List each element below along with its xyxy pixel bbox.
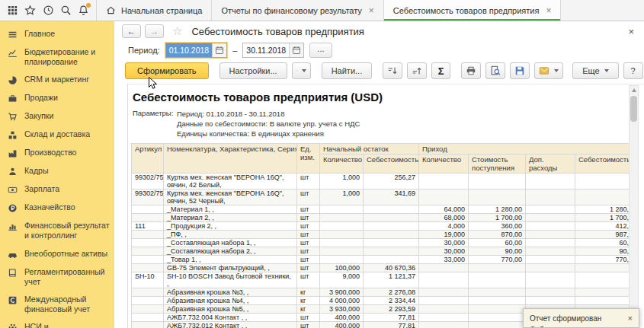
table-cell[interactable]: 770,00 bbox=[469, 256, 526, 264]
col-articul[interactable]: Артикул bbox=[132, 144, 164, 174]
settings-button[interactable]: Настройки... bbox=[219, 62, 287, 79]
tab[interactable]: Начальная страница bbox=[96, 0, 211, 21]
table-cell[interactable] bbox=[526, 189, 575, 205]
table-cell[interactable] bbox=[526, 264, 575, 272]
table-cell[interactable]: 1 280,00 bbox=[469, 205, 526, 214]
table-cell[interactable] bbox=[419, 314, 469, 322]
table-cell[interactable]: 360,00 bbox=[469, 222, 526, 231]
table-cell[interactable]: 60,00 bbox=[469, 239, 526, 247]
table-cell[interactable]: 90,0 bbox=[575, 247, 636, 256]
table-cell[interactable]: АЖБ7.732.004 Контакт , , bbox=[164, 314, 297, 322]
table-cell[interactable] bbox=[526, 247, 575, 256]
table-cell[interactable] bbox=[132, 288, 164, 297]
table-cell[interactable] bbox=[320, 231, 364, 239]
toast-close-icon[interactable]: × bbox=[628, 314, 633, 323]
table-cell[interactable]: кг bbox=[297, 297, 320, 305]
table-cell[interactable] bbox=[526, 288, 575, 297]
table-cell[interactable] bbox=[132, 322, 164, 328]
sum-button[interactable]: Σ bbox=[431, 62, 450, 79]
table-cell[interactable] bbox=[419, 174, 469, 189]
search-button[interactable] bbox=[57, 2, 74, 19]
apps-menu-button[interactable] bbox=[4, 2, 21, 19]
sidebar-item-person[interactable]: Кадры bbox=[0, 162, 114, 180]
sidebar-item-book[interactable]: Регламентированный учет bbox=[0, 263, 114, 291]
table-cell[interactable]: 341,69 bbox=[364, 189, 419, 205]
sidebar-item-money[interactable]: Зарплата bbox=[0, 180, 114, 199]
table-cell[interactable] bbox=[132, 256, 164, 264]
table-cell[interactable] bbox=[526, 272, 575, 288]
table-cell[interactable]: 4,000 bbox=[419, 222, 469, 231]
table-cell[interactable]: 77,81 bbox=[364, 314, 419, 322]
table-cell[interactable] bbox=[526, 297, 575, 305]
table-cell[interactable]: 770,0 bbox=[575, 256, 636, 264]
table-cell[interactable] bbox=[364, 239, 419, 247]
table-cell[interactable]: Абразивная крошка №5, , bbox=[164, 305, 297, 314]
table-cell[interactable] bbox=[526, 231, 575, 239]
table-cell[interactable]: 40 670,36 bbox=[364, 264, 419, 272]
table-cell[interactable]: 3 930,000 bbox=[320, 305, 364, 314]
preview-button[interactable] bbox=[485, 62, 505, 79]
table-cell[interactable] bbox=[419, 322, 469, 328]
table-cell[interactable] bbox=[575, 189, 636, 205]
table-cell[interactable]: 256,27 bbox=[364, 174, 419, 189]
table-cell[interactable]: _Составляющая набора 2, , bbox=[164, 247, 297, 256]
table-cell[interactable] bbox=[469, 322, 526, 328]
table-cell[interactable] bbox=[575, 272, 636, 288]
back-button[interactable]: ← bbox=[122, 24, 141, 38]
col-cost-opening[interactable]: Себестоимость bbox=[364, 154, 419, 174]
scroll-up-icon[interactable] bbox=[632, 88, 636, 92]
table-cell[interactable] bbox=[364, 214, 419, 222]
table-cell[interactable]: SH-10 BOSCH Завод бытовой техники, , bbox=[164, 272, 297, 288]
expand-groups-button[interactable] bbox=[407, 62, 427, 79]
table-cell[interactable] bbox=[320, 205, 364, 214]
table-cell[interactable]: шт bbox=[297, 256, 320, 264]
favorites-button[interactable] bbox=[21, 2, 38, 19]
table-cell[interactable]: 2 276,08 bbox=[364, 288, 419, 297]
table-cell[interactable]: 99302/75 bbox=[132, 174, 164, 189]
table-cell[interactable]: 4 000,000 bbox=[320, 297, 364, 305]
table-cell[interactable]: кг bbox=[297, 288, 320, 297]
table-cell[interactable]: 111 bbox=[132, 222, 164, 231]
col-extra-costs[interactable]: Доп. расходы bbox=[526, 154, 575, 174]
table-cell[interactable] bbox=[575, 174, 636, 189]
sidebar-item-factory[interactable]: Производство bbox=[0, 144, 114, 162]
table-cell[interactable]: 99302/75 bbox=[132, 189, 164, 205]
table-cell[interactable] bbox=[320, 256, 364, 264]
table-cell[interactable]: АЖБ7.732.012 Контакт , , bbox=[164, 322, 297, 328]
table-cell[interactable] bbox=[132, 247, 164, 256]
table-cell[interactable] bbox=[575, 297, 636, 305]
print-button[interactable] bbox=[461, 62, 481, 79]
table-cell[interactable]: 400,000 bbox=[320, 322, 364, 328]
table-cell[interactable] bbox=[132, 305, 164, 314]
table-cell[interactable] bbox=[132, 297, 164, 305]
close-report-icon[interactable]: × bbox=[624, 26, 638, 37]
table-cell[interactable]: шт bbox=[297, 174, 320, 189]
table-cell[interactable]: шт bbox=[297, 272, 320, 288]
table-cell[interactable]: Куртка мех. женская "ВЕРОНА 16Q", овчин,… bbox=[164, 189, 297, 205]
period-options-button[interactable]: ... bbox=[309, 43, 332, 58]
table-cell[interactable] bbox=[364, 231, 419, 239]
save-button[interactable] bbox=[510, 62, 530, 79]
table-cell[interactable]: 3 900,000 bbox=[320, 288, 364, 297]
table-cell[interactable] bbox=[469, 305, 526, 314]
table-cell[interactable]: 1 280,0 bbox=[575, 205, 636, 214]
table-cell[interactable] bbox=[526, 222, 575, 231]
col-qty-in[interactable]: Количество bbox=[419, 154, 469, 174]
send-mail-button[interactable] bbox=[534, 62, 563, 79]
col-incoming[interactable]: Приход bbox=[419, 144, 636, 154]
table-cell[interactable]: 412,1 bbox=[575, 222, 636, 231]
table-cell[interactable] bbox=[364, 222, 419, 231]
table-cell[interactable] bbox=[132, 314, 164, 322]
table-cell[interactable]: 1 700,0 bbox=[575, 214, 636, 222]
table-cell[interactable] bbox=[575, 264, 636, 272]
table-cell[interactable]: _Материал 2, , bbox=[164, 214, 297, 222]
table-cell[interactable] bbox=[526, 174, 575, 189]
table-cell[interactable] bbox=[469, 174, 526, 189]
table-cell[interactable]: 30,000 bbox=[419, 247, 469, 256]
sidebar-item-intl[interactable]: Международный финансовый учет bbox=[0, 291, 114, 318]
table-cell[interactable]: шт bbox=[297, 314, 320, 322]
table-cell[interactable] bbox=[469, 297, 526, 305]
table-cell[interactable] bbox=[320, 239, 364, 247]
table-cell[interactable]: 1 121,37 bbox=[364, 272, 419, 288]
forward-button[interactable]: → bbox=[145, 24, 164, 38]
